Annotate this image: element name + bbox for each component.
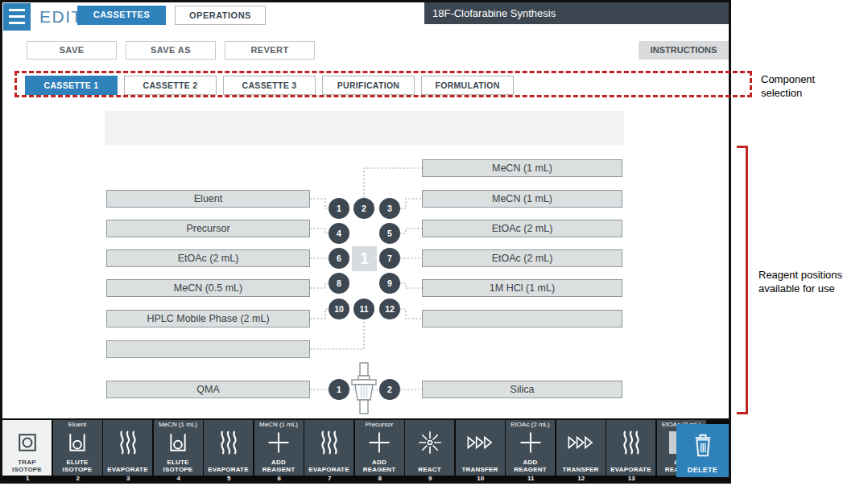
reagent-box-right-2[interactable]: MeCN (1 mL) [422, 159, 622, 177]
cartridge-box-qma[interactable]: QMA [106, 381, 310, 398]
position-circle-11[interactable]: 11 [353, 299, 374, 319]
operation-name-label: TRANSFER [456, 466, 505, 473]
operation-13-evaporate[interactable]: EVAPORATE [606, 420, 655, 476]
position-circle-4[interactable]: 4 [329, 223, 349, 244]
reagent-box-left-4[interactable]: Precursor [106, 220, 310, 237]
revert-button[interactable]: REVERT [225, 41, 315, 60]
reagent-positions-label: Reagent positions available for use [758, 268, 842, 295]
operation-8-add-reagent[interactable]: PrecursorADDREAGENT [355, 420, 404, 476]
operation-reagent-label: Precursor [355, 421, 404, 428]
operation-step-number: 9 [405, 476, 456, 481]
operation-reagent-label: MeCN (1 mL) [254, 421, 304, 428]
operation-reagent-label: MeCN (1 mL) [154, 421, 203, 428]
delete-label: DELETE [676, 466, 729, 474]
position-circle-8[interactable]: 8 [329, 273, 349, 294]
cartridge-circle-1[interactable]: 1 [329, 379, 349, 400]
trash-icon [676, 430, 729, 459]
position-circle-1[interactable]: 1 [329, 198, 349, 219]
synthesis-title: 18F-Clofarabine Synthesis [424, 2, 729, 24]
operation-name-label: EVAPORATE [606, 466, 655, 473]
operation-9-react[interactable]: REACT [405, 420, 454, 476]
operation-name-label: EVAPORATE [304, 466, 353, 473]
operation-name-label: TRAPISOTOPE [2, 459, 52, 473]
position-circle-9[interactable]: 9 [379, 273, 400, 294]
operation-step-number: 13 [606, 476, 657, 481]
hamburger-menu-icon[interactable] [3, 3, 31, 31]
position-circle-12[interactable]: 12 [379, 299, 400, 319]
operation-name-label: REACT [405, 466, 454, 473]
operation-2-elute-isotope[interactable]: EluentELUTEISOTOPE [53, 420, 102, 476]
operation-reagent-label: Eluent [53, 421, 102, 428]
position-circle-3[interactable]: 3 [379, 198, 400, 219]
reagent-box-left-10[interactable]: HPLC Mobile Phase (2 mL) [106, 310, 310, 327]
operation-5-evaporate[interactable]: EVAPORATE [204, 420, 253, 476]
position-circle-5[interactable]: 5 [379, 223, 400, 244]
operation-step-number: 6 [254, 476, 305, 481]
trap-isotope-icon [2, 430, 52, 455]
evaporate-icon [103, 430, 152, 455]
position-circle-2[interactable]: 2 [353, 198, 374, 219]
transfer-icon [556, 430, 606, 455]
operation-step-number: 3 [103, 476, 154, 481]
operation-name-label: ELUTEISOTOPE [53, 459, 102, 473]
operation-name-label: ADDREAGENT [355, 459, 404, 473]
edit-mode-label: EDIT [39, 7, 83, 27]
operation-step-number: 7 [304, 476, 355, 481]
position-circle-10[interactable]: 10 [329, 299, 349, 319]
cassette-number-badge: 1 [352, 246, 377, 271]
operation-step-number: 11 [506, 476, 556, 481]
operation-12-transfer[interactable]: TRANSFER [556, 420, 606, 476]
react-icon [405, 430, 454, 455]
reagent-box-left-8[interactable]: MeCN (0.5 mL) [106, 279, 310, 297]
operation-step-number: 10 [456, 476, 506, 481]
delete-button[interactable]: DELETE [676, 424, 729, 477]
save-button[interactable]: SAVE [27, 41, 117, 60]
operation-step-number: 5 [204, 476, 254, 481]
reagent-box-right-empty[interactable] [422, 310, 622, 327]
operation-step-number: 4 [154, 476, 205, 481]
component-selection-label: Component selection [761, 72, 815, 100]
operation-name-label: EVAPORATE [204, 466, 253, 473]
operations-number-strip: 12345678910111213 [2, 476, 707, 481]
operation-6-add-reagent[interactable]: MeCN (1 mL)ADDREAGENT [254, 420, 304, 476]
reagent-box-left-6[interactable]: EtOAc (2 mL) [106, 249, 310, 267]
instructions-button[interactable]: INSTRUCTIONS [639, 41, 729, 60]
stopcock-valve-icon [350, 361, 378, 421]
evaporate-icon [304, 430, 353, 455]
tab-operations[interactable]: OPERATIONS [175, 6, 266, 25]
operation-7-evaporate[interactable]: EVAPORATE [304, 420, 353, 476]
position-circle-6[interactable]: 6 [329, 248, 349, 269]
reagent-positions-annotation-bracket [737, 146, 748, 414]
cartridge-box-silica[interactable]: Silica [422, 381, 622, 398]
operation-3-evaporate[interactable]: EVAPORATE [103, 420, 152, 476]
save-as-button[interactable]: SAVE AS [126, 41, 216, 60]
elute-isotope-icon [154, 430, 203, 455]
reagent-box-right-5[interactable]: EtOAc (2 mL) [422, 220, 622, 237]
operation-name-label: ADDREAGENT [506, 459, 555, 473]
elute-isotope-icon [53, 430, 102, 455]
cassette-header-panel [105, 111, 624, 145]
operation-11-add-reagent[interactable]: EtOAc (2 mL)ADDREAGENT [506, 420, 555, 476]
operation-1-trap-isotope[interactable]: TRAPISOTOPE [2, 420, 52, 476]
operation-name-label: ELUTEISOTOPE [154, 459, 203, 473]
reagent-box-right-9[interactable]: 1M HCl (1 mL) [422, 279, 622, 297]
operation-10-transfer[interactable]: TRANSFER [456, 420, 505, 476]
add-reagent-icon [254, 430, 304, 455]
operation-name-label: TRANSFER [556, 466, 606, 473]
operation-step-number: 8 [355, 476, 406, 481]
add-reagent-icon [355, 430, 404, 455]
reagent-box-left-1[interactable]: Eluent [106, 190, 310, 208]
operation-step-number: 1 [2, 476, 53, 481]
evaporate-icon [204, 430, 253, 455]
add-reagent-icon [506, 430, 555, 455]
tab-cassettes[interactable]: CASSETTES [77, 6, 166, 25]
evaporate-icon [606, 430, 655, 455]
position-circle-7[interactable]: 7 [379, 248, 400, 269]
reagent-box-right-7[interactable]: EtOAc (2 mL) [422, 249, 622, 267]
reagent-box-left-empty[interactable] [106, 340, 310, 358]
operation-name-label: ADDREAGENT [254, 459, 304, 473]
cartridge-circle-2[interactable]: 2 [379, 379, 400, 400]
operation-4-elute-isotope[interactable]: MeCN (1 mL)ELUTEISOTOPE [154, 420, 203, 476]
reagent-box-right-3[interactable]: MeCN (1 mL) [422, 190, 622, 208]
transfer-icon [456, 430, 505, 455]
